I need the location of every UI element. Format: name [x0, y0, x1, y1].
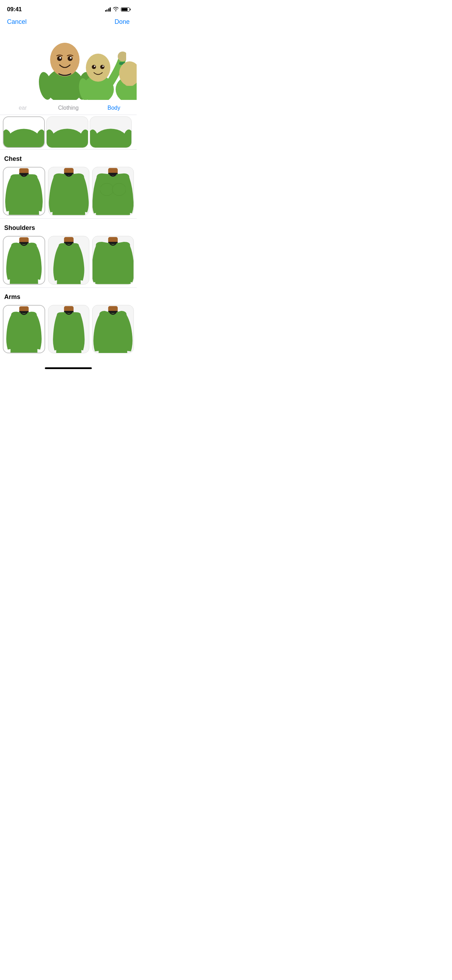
tab-body[interactable]: Body [91, 103, 137, 113]
chest-section: Chest [0, 150, 137, 219]
shoulders-options [3, 236, 134, 285]
svg-point-13 [100, 65, 104, 69]
arms-title: Arms [3, 293, 134, 301]
svg-point-2 [50, 43, 80, 76]
battery-icon [121, 7, 130, 11]
chest-option-3[interactable] [92, 167, 134, 216]
svg-point-14 [94, 65, 95, 67]
svg-point-11 [86, 54, 110, 82]
top-row-item-1[interactable] [3, 116, 45, 148]
svg-point-3 [57, 56, 62, 61]
navigation-bar: Cancel Done [0, 17, 137, 30]
status-bar: 09:41 [0, 0, 137, 17]
svg-point-4 [68, 56, 73, 61]
svg-point-38 [113, 183, 126, 196]
top-row-item-3[interactable] [90, 116, 132, 148]
wifi-icon [113, 7, 119, 12]
done-button[interactable]: Done [115, 18, 130, 25]
signal-icon [105, 7, 111, 11]
avatar-preview [0, 30, 137, 100]
chest-option-1[interactable] [3, 167, 45, 216]
status-icons [105, 7, 130, 12]
cancel-button[interactable]: Cancel [7, 18, 27, 25]
svg-point-22 [7, 129, 41, 147]
svg-point-37 [100, 183, 114, 196]
shoulders-section: Shoulders [0, 219, 137, 288]
home-indicator [0, 363, 137, 372]
svg-point-28 [94, 129, 128, 148]
arms-options [3, 305, 134, 354]
secondary-avatar-2 [116, 54, 137, 100]
body-content: Chest [0, 115, 137, 356]
chest-title: Chest [3, 155, 134, 162]
tab-bar: ear Clothing Body [0, 100, 137, 115]
shoulders-option-1[interactable] [3, 236, 45, 285]
tab-eyewear[interactable]: ear [0, 103, 46, 113]
top-row-item-2[interactable] [46, 116, 88, 148]
arms-section: Arms [0, 288, 137, 356]
svg-point-12 [92, 65, 96, 69]
svg-point-25 [50, 129, 84, 148]
shoulders-option-2[interactable] [48, 236, 90, 285]
top-partial-row [0, 115, 137, 150]
shoulders-title: Shoulders [3, 224, 134, 232]
status-time: 09:41 [7, 6, 22, 13]
svg-point-6 [70, 57, 72, 59]
shoulders-option-3[interactable] [92, 236, 134, 285]
svg-point-15 [102, 65, 104, 67]
chest-options [3, 167, 134, 216]
arms-option-1[interactable] [3, 305, 45, 354]
svg-point-5 [60, 57, 61, 59]
arms-option-3[interactable] [92, 305, 134, 354]
chest-option-2[interactable] [48, 167, 90, 216]
home-bar [45, 368, 92, 369]
tab-clothing[interactable]: Clothing [46, 103, 91, 113]
arms-option-2[interactable] [48, 305, 90, 354]
